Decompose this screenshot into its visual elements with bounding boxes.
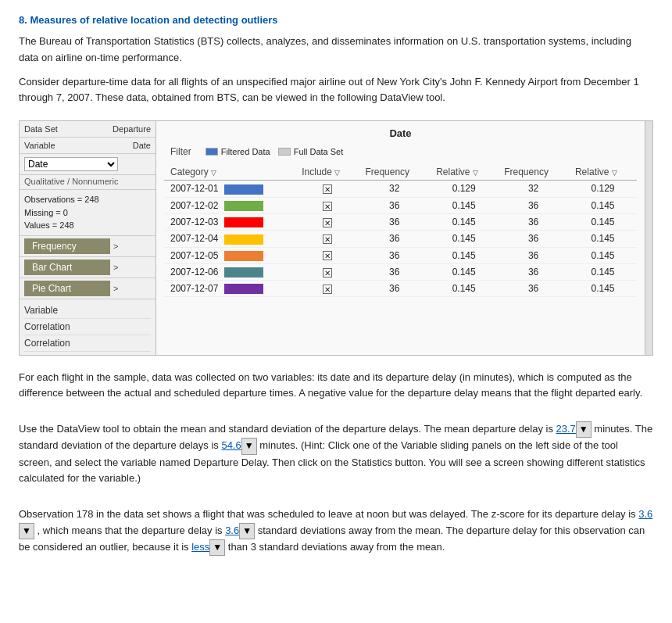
filtered-data-box xyxy=(206,148,218,156)
cat-label: 2007-12-04 xyxy=(170,233,218,244)
bottom-link-variable[interactable]: Variable xyxy=(24,303,151,319)
col-category[interactable]: Category ▽ xyxy=(164,164,295,181)
bottom-links: Variable Correlation Correlation xyxy=(20,299,155,355)
paragraph-4: Use the DataView tool to obtain the mean… xyxy=(19,421,653,487)
bottom-link-correlation-2[interactable]: Correlation xyxy=(24,335,151,352)
frequency-arrow: > xyxy=(113,242,118,251)
include-cell[interactable]: ✕ xyxy=(295,213,359,230)
filter-label: Filter xyxy=(164,144,198,159)
full-data-box xyxy=(278,148,291,156)
bar-chart-button[interactable]: Bar Chart xyxy=(24,260,110,275)
cat-color-bar xyxy=(224,284,263,294)
freq1-cell: 36 xyxy=(359,247,430,263)
cat-color-bar xyxy=(224,235,263,245)
variable-label: Variable xyxy=(20,138,88,153)
cat-color-bar xyxy=(224,201,263,211)
variable-dropdown-row[interactable]: Date xyxy=(20,154,155,175)
col-include-sort[interactable]: ▽ xyxy=(334,169,340,177)
col-rel1-label: Relative xyxy=(436,166,470,177)
include-checkbox[interactable]: ✕ xyxy=(323,268,332,277)
include-cell[interactable]: ✕ xyxy=(295,263,359,280)
col-rel1-sort[interactable]: ▽ xyxy=(473,169,478,177)
para5-end: than 3 standard deviations away from the… xyxy=(225,541,445,553)
col-rel2-sort[interactable]: ▽ xyxy=(612,169,617,177)
std-dropdown[interactable]: ▼ xyxy=(241,438,257,454)
zscore-value: 3.6 xyxy=(638,508,652,520)
pie-chart-button-row[interactable]: Pie Chart > xyxy=(20,278,155,299)
freq1-cell: 36 xyxy=(359,231,430,247)
filtered-data-label: Filtered Data xyxy=(221,147,270,156)
cat-label: 2007-12-05 xyxy=(170,250,218,261)
scrollbar[interactable] xyxy=(645,121,652,355)
cat-cell: 2007-12-01 xyxy=(164,181,295,197)
paragraph-1: The Bureau of Transportation Statistics … xyxy=(19,34,653,66)
cat-color-bar xyxy=(224,267,263,277)
col-include[interactable]: Include ▽ xyxy=(295,164,359,181)
include-cell[interactable]: ✕ xyxy=(295,281,359,297)
rel1-cell: 0.145 xyxy=(430,213,498,230)
frequency-button-row[interactable]: Frequency > xyxy=(20,236,155,257)
variable-value: Date xyxy=(88,138,155,153)
include-checkbox[interactable]: ✕ xyxy=(323,202,332,211)
frequency-button[interactable]: Frequency xyxy=(24,238,110,254)
cat-color-bar xyxy=(224,184,263,195)
rel2-cell: 0.145 xyxy=(569,197,637,213)
zscore-dropdown[interactable]: ▼ xyxy=(19,523,34,539)
bar-chart-button-row[interactable]: Bar Chart > xyxy=(20,257,155,278)
zscore2-dropdown[interactable]: ▼ xyxy=(239,523,255,539)
para5-prefix: Observation 178 in the data set shows a … xyxy=(19,508,638,520)
right-panel: Date Filter Filtered Data Full Data Set … xyxy=(156,121,645,355)
table-row: 2007-12-05 ✕ 36 0.145 36 0.145 xyxy=(164,247,637,263)
freq2-cell: 32 xyxy=(498,181,569,197)
table-row: 2007-12-07 ✕ 36 0.145 36 0.145 xyxy=(164,281,637,297)
table-row: 2007-12-02 ✕ 36 0.145 36 0.145 xyxy=(164,197,637,213)
type-label: Qualitative / Nonnumeric xyxy=(20,175,155,190)
filtered-data-legend: Filtered Data xyxy=(206,147,270,156)
include-checkbox[interactable]: ✕ xyxy=(323,235,332,244)
pie-chart-button[interactable]: Pie Chart xyxy=(24,281,110,296)
cat-cell: 2007-12-02 xyxy=(164,197,295,213)
bar-chart-arrow: > xyxy=(113,263,118,272)
freq2-cell: 36 xyxy=(498,197,569,213)
col-rel2[interactable]: Relative ▽ xyxy=(569,164,637,181)
include-checkbox[interactable]: ✕ xyxy=(323,251,332,260)
full-data-label: Full Data Set xyxy=(294,147,344,156)
less-value: less xyxy=(191,541,209,553)
include-checkbox[interactable]: ✕ xyxy=(323,184,332,194)
col-include-label: Include xyxy=(302,166,332,177)
bottom-link-correlation-1[interactable]: Correlation xyxy=(24,319,151,335)
cat-label: 2007-12-02 xyxy=(170,200,218,211)
rel2-cell: 0.145 xyxy=(569,281,637,297)
rel1-cell: 0.145 xyxy=(430,263,498,280)
rel1-cell: 0.145 xyxy=(430,281,498,297)
mean-dropdown[interactable]: ▼ xyxy=(576,421,592,438)
cat-cell: 2007-12-03 xyxy=(164,213,295,230)
cat-color-bar xyxy=(224,251,263,261)
include-checkbox[interactable]: ✕ xyxy=(323,285,332,294)
left-panel: Data Set Departure Variable Date Date Qu… xyxy=(20,121,156,355)
cat-label: 2007-12-03 xyxy=(170,217,218,227)
rel1-cell: 0.129 xyxy=(430,181,498,197)
table-row: 2007-12-03 ✕ 36 0.145 36 0.145 xyxy=(164,213,637,230)
rel2-cell: 0.145 xyxy=(569,213,637,230)
col-category-sort[interactable]: ▽ xyxy=(211,169,216,177)
col-freq2: Frequency xyxy=(498,164,569,181)
freq1-cell: 32 xyxy=(359,181,430,197)
freq1-cell: 36 xyxy=(359,281,430,297)
rel2-cell: 0.145 xyxy=(569,231,637,247)
freq1-cell: 36 xyxy=(359,197,430,213)
section-heading: 8. Measures of relative location and det… xyxy=(19,14,653,26)
freq2-cell: 36 xyxy=(498,231,569,247)
col-rel1[interactable]: Relative ▽ xyxy=(430,164,498,181)
include-cell[interactable]: ✕ xyxy=(295,181,359,197)
cat-cell: 2007-12-06 xyxy=(164,263,295,280)
include-cell[interactable]: ✕ xyxy=(295,197,359,213)
col-category-label: Category xyxy=(170,166,209,177)
include-cell[interactable]: ✕ xyxy=(295,247,359,263)
less-dropdown[interactable]: ▼ xyxy=(209,539,225,556)
rel2-cell: 0.145 xyxy=(569,263,637,280)
observations-block: Observations = 248 Missing = 0 Values = … xyxy=(20,190,155,236)
variable-select[interactable]: Date xyxy=(24,157,118,171)
include-cell[interactable]: ✕ xyxy=(295,231,359,247)
include-checkbox[interactable]: ✕ xyxy=(323,218,332,227)
